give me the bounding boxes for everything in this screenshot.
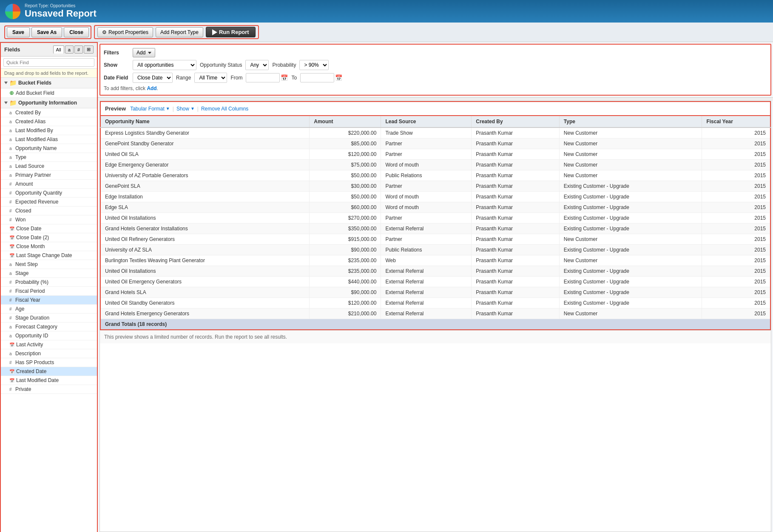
cell-amount: $75,000.00 <box>310 160 381 170</box>
bucket-fields-header[interactable]: 📁 Bucket Fields <box>1 78 97 88</box>
field-opportunity-quantity[interactable]: #Opportunity Quantity <box>1 189 97 198</box>
dropdown-arrow-icon <box>148 52 151 54</box>
save-button[interactable]: Save <box>7 27 30 37</box>
field-opportunity-id[interactable]: aOpportunity ID <box>1 331 97 340</box>
cell-type: Existing Customer - Upgrade <box>559 245 702 255</box>
save-as-button[interactable]: Save As <box>31 27 62 37</box>
field-created-date[interactable]: 📅Created Date <box>1 367 97 376</box>
date-field-select[interactable]: Close Date <box>133 73 173 83</box>
add-report-type-button[interactable]: Add Report Type <box>156 27 203 37</box>
show-btn[interactable]: Show ▼ <box>176 106 195 112</box>
cell-amount: $350,000.00 <box>310 224 381 234</box>
cell-type: New Customer <box>559 234 702 245</box>
quick-find-input[interactable] <box>3 58 94 67</box>
range-select[interactable]: All Time <box>194 73 227 83</box>
field-stage-duration[interactable]: #Stage Duration <box>1 314 97 323</box>
field-fiscal-year[interactable]: #Fiscal Year <box>1 296 97 305</box>
field-last-modified-date[interactable]: 📅Last Modified Date <box>1 376 97 385</box>
field-close-date-2[interactable]: 📅Close Date (2) <box>1 233 97 242</box>
field-fiscal-period[interactable]: #Fiscal Period <box>1 287 97 296</box>
cell-lead-source: Partner <box>381 139 472 149</box>
show-select[interactable]: All opportunities <box>133 60 196 70</box>
cell-type: New Customer <box>559 255 702 266</box>
table-row: Edge Installation $50,000.00 Word of mou… <box>100 192 770 202</box>
field-created-alias[interactable]: aCreated Alias <box>1 117 97 126</box>
add-filter-button[interactable]: Add <box>133 48 155 57</box>
cell-opportunity-name: Grand Hotels SLA <box>100 287 310 298</box>
field-amount[interactable]: #Amount <box>1 180 97 189</box>
close-button[interactable]: Close <box>64 27 89 37</box>
probability-select[interactable]: > 90% <box>299 60 329 70</box>
table-row: United Oil Refinery Generators $915,000.… <box>100 234 770 245</box>
add-bucket-field-item[interactable]: ⊕ Add Bucket Field <box>1 88 97 98</box>
report-properties-button[interactable]: ⚙ Report Properties <box>97 27 153 37</box>
cell-created-by: Prasanth Kumar <box>472 170 560 181</box>
filter-grid-btn[interactable]: ⊞ <box>84 45 94 54</box>
field-has-sp-products[interactable]: #Has SP Products <box>1 358 97 367</box>
field-lead-source[interactable]: aLead Source <box>1 162 97 171</box>
from-calendar-icon[interactable]: 📅 <box>281 74 288 81</box>
cell-created-by: Prasanth Kumar <box>472 234 560 245</box>
cell-opportunity-name: Edge SLA <box>100 202 310 213</box>
filter-alpha-btn[interactable]: a <box>65 45 74 54</box>
cell-lead-source: Web <box>381 255 472 266</box>
to-calendar-icon[interactable]: 📅 <box>335 74 342 81</box>
table-row: University of AZ SLA $90,000.00 Public R… <box>100 245 770 255</box>
cell-opportunity-name: United Oil Refinery Generators <box>100 234 310 245</box>
cell-created-by: Prasanth Kumar <box>472 224 560 234</box>
table-row: Edge Emergency Generator $75,000.00 Word… <box>100 160 770 170</box>
field-primary-partner[interactable]: aPrimary Partner <box>1 171 97 180</box>
field-close-date[interactable]: 📅Close Date <box>1 224 97 233</box>
field-created-by[interactable]: aCreated By <box>1 108 97 117</box>
grand-totals-row: Grand Totals (18 records) <box>100 319 770 330</box>
run-report-button[interactable]: Run Report <box>206 27 256 37</box>
cell-created-by: Prasanth Kumar <box>472 192 560 202</box>
cell-created-by: Prasanth Kumar <box>472 139 560 149</box>
opportunity-info-header[interactable]: 📁 Opportunity Information <box>1 98 97 108</box>
app-logo <box>5 4 20 19</box>
field-won[interactable]: #Won <box>1 215 97 224</box>
to-date-input[interactable] <box>300 73 334 82</box>
field-expected-revenue[interactable]: #Expected Revenue <box>1 198 97 207</box>
cell-amount: $120,000.00 <box>310 149 381 160</box>
field-last-modified-by[interactable]: aLast Modified By <box>1 126 97 135</box>
show-label: Show <box>104 62 129 68</box>
col-header-opportunity-name: Opportunity Name <box>100 116 310 127</box>
filter-row-1: Filters Add <box>104 48 767 57</box>
field-opportunity-name[interactable]: aOpportunity Name <box>1 144 97 153</box>
cell-opportunity-name: GenePoint SLA <box>100 181 310 192</box>
add-dropdown[interactable]: Add <box>133 48 155 57</box>
cell-fiscal-year: 2015 <box>702 245 770 255</box>
cell-type: Existing Customer - Upgrade <box>559 213 702 224</box>
field-type[interactable]: aType <box>1 153 97 162</box>
opportunity-status-select[interactable]: Any <box>245 60 269 70</box>
field-description[interactable]: aDescription <box>1 349 97 358</box>
cell-created-by: Prasanth Kumar <box>472 160 560 170</box>
field-filter-buttons: All a # ⊞ <box>53 45 94 54</box>
cell-lead-source: External Referral <box>381 224 472 234</box>
cell-fiscal-year: 2015 <box>702 127 770 139</box>
cell-fiscal-year: 2015 <box>702 181 770 192</box>
field-last-activity[interactable]: 📅Last Activity <box>1 340 97 349</box>
table-body: Express Logistics Standby Generator $220… <box>100 127 770 319</box>
field-closed[interactable]: #Closed <box>1 207 97 215</box>
field-last-modified-alias[interactable]: aLast Modified Alias <box>1 135 97 144</box>
field-private[interactable]: #Private <box>1 385 97 394</box>
field-forecast-category[interactable]: aForecast Category <box>1 323 97 331</box>
add-link[interactable]: Add <box>147 85 156 91</box>
field-next-step[interactable]: aNext Step <box>1 260 97 269</box>
field-stage[interactable]: aStage <box>1 269 97 278</box>
tabular-format-btn[interactable]: Tabular Format ▼ <box>130 106 170 112</box>
filters-label: Filters <box>104 50 129 56</box>
remove-all-columns-btn[interactable]: Remove All Columns <box>201 106 248 112</box>
filter-hash-btn[interactable]: # <box>74 45 83 54</box>
field-age[interactable]: #Age <box>1 305 97 314</box>
field-last-stage-change-date[interactable]: 📅Last Stage Change Date <box>1 251 97 260</box>
cell-opportunity-name: United Oil Standby Generators <box>100 298 310 308</box>
field-close-month[interactable]: 📅Close Month <box>1 242 97 251</box>
from-date-input[interactable] <box>246 73 280 82</box>
filter-all-btn[interactable]: All <box>53 45 64 54</box>
fields-title: Fields <box>4 46 20 53</box>
field-probability[interactable]: #Probability (%) <box>1 278 97 287</box>
preview-note: This preview shows a limited number of r… <box>100 330 771 343</box>
